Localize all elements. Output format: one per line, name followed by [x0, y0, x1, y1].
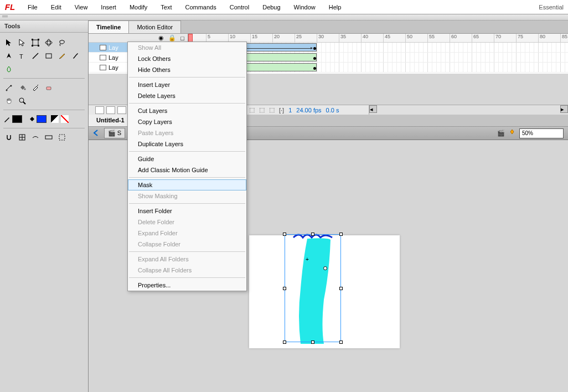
resize-handle[interactable]	[311, 341, 314, 344]
ruler-tick[interactable]: 70	[494, 34, 501, 43]
collapse-strip[interactable]	[0, 14, 568, 20]
selection-bounding-box[interactable]	[285, 234, 341, 342]
onion-icon-2[interactable]: ⬚	[259, 106, 265, 114]
deco-tool[interactable]	[3, 64, 14, 75]
brush-tool[interactable]	[70, 50, 81, 61]
context-menu-item[interactable]: Mask	[128, 179, 246, 190]
svg-point-10	[24, 89, 26, 90]
ruler-tick[interactable]: 25	[295, 34, 302, 43]
ruler-tick[interactable]: 80	[538, 34, 545, 43]
menu-file[interactable]: File	[21, 2, 44, 13]
edit-scene-icon[interactable]: 🎬	[497, 130, 505, 137]
bone-tool[interactable]	[3, 82, 14, 93]
lock-header-icon[interactable]: 🔒	[168, 34, 176, 42]
scroll-left-button[interactable]: ◂	[369, 105, 377, 113]
menu-view[interactable]: View	[68, 2, 95, 13]
context-menu-item[interactable]: Add Classic Motion Guide	[128, 164, 246, 176]
ruler-tick[interactable]: 65	[472, 34, 479, 43]
scene-crumb[interactable]: 🎬 S	[104, 128, 125, 138]
eyedropper-tool[interactable]	[30, 82, 41, 93]
3d-rotation-tool[interactable]	[43, 37, 54, 48]
menu-control[interactable]: Control	[223, 2, 256, 13]
stroke-color-swatch[interactable]	[12, 115, 22, 123]
resize-handle[interactable]	[339, 287, 343, 290]
ruler-tick[interactable]: 55	[427, 34, 435, 43]
new-folder-button[interactable]	[106, 106, 115, 114]
ruler-tick[interactable]: 20	[272, 34, 280, 43]
outline-header-icon[interactable]: □	[180, 35, 184, 42]
resize-handle[interactable]	[339, 233, 343, 236]
context-menu-item[interactable]: Lock Others	[128, 53, 246, 64]
tab-motion-editor[interactable]: Motion Editor	[129, 20, 181, 33]
ruler-tick[interactable]: 15	[250, 34, 257, 43]
menu-window[interactable]: Window	[287, 2, 322, 13]
resize-handle[interactable]	[283, 341, 286, 344]
onion-icon-4[interactable]: [·]	[279, 107, 284, 114]
resize-handle[interactable]	[311, 233, 314, 236]
new-layer-button[interactable]	[95, 106, 104, 114]
resize-handle[interactable]	[339, 341, 343, 344]
snap-option[interactable]	[3, 132, 14, 143]
eraser-tool[interactable]	[43, 82, 54, 93]
transform-origin[interactable]	[323, 266, 327, 270]
context-menu-item[interactable]: Delete Layers	[128, 90, 246, 101]
resize-handle[interactable]	[283, 233, 286, 236]
ruler-tick[interactable]: 45	[383, 34, 390, 43]
workspace-switcher[interactable]: Essential	[539, 4, 568, 11]
no-color-icon[interactable]	[61, 115, 69, 123]
context-menu-item[interactable]: Hide Others	[128, 64, 246, 75]
menu-debug[interactable]: Debug	[256, 2, 287, 13]
context-menu-item[interactable]: Cut Layers	[128, 105, 246, 116]
tab-timeline[interactable]: Timeline	[89, 20, 129, 33]
default-colors-icon[interactable]	[51, 115, 59, 123]
context-menu-item[interactable]: Duplicate Layers	[128, 138, 246, 149]
paint-bucket-tool[interactable]	[17, 82, 28, 93]
ruler-tick[interactable]: 35	[339, 34, 346, 43]
visibility-header-icon[interactable]: ◉	[158, 34, 164, 42]
ruler-tick[interactable]: 85	[560, 34, 567, 43]
context-menu-item[interactable]: Insert Folder	[128, 205, 246, 216]
pen-tool[interactable]	[3, 50, 14, 61]
line-tool[interactable]	[30, 50, 41, 61]
resize-handle[interactable]	[283, 287, 286, 290]
free-transform-tool[interactable]	[30, 37, 41, 48]
text-tool[interactable]: T	[17, 50, 28, 61]
context-menu-item[interactable]: Insert Layer	[128, 79, 246, 90]
document-tab[interactable]: Untitled-1	[89, 115, 133, 126]
menu-help[interactable]: Help	[322, 2, 348, 13]
context-menu-item[interactable]: Copy Layers	[128, 116, 246, 127]
context-menu-item[interactable]: Properties...	[128, 280, 246, 291]
scroll-right-button[interactable]: ▸	[560, 105, 568, 113]
context-menu-separator	[129, 151, 245, 152]
onion-icon[interactable]: ⬚	[249, 106, 255, 114]
option-2[interactable]	[17, 132, 28, 143]
menu-commands[interactable]: Commands	[178, 2, 223, 13]
delete-layer-button[interactable]	[117, 106, 126, 114]
frame-scrollbar[interactable]: ◂ ▸	[369, 105, 568, 115]
zoom-combo[interactable]: 50%	[519, 128, 564, 138]
menu-edit[interactable]: Edit	[44, 2, 68, 13]
option-4[interactable]	[43, 132, 54, 143]
pencil-tool[interactable]	[56, 50, 68, 61]
back-button[interactable]	[92, 129, 102, 138]
option-3[interactable]	[30, 132, 41, 143]
menu-text[interactable]: Text	[154, 2, 178, 13]
subselection-tool[interactable]	[17, 37, 28, 48]
menu-insert[interactable]: Insert	[94, 2, 123, 13]
rectangle-tool[interactable]	[43, 50, 54, 61]
lasso-tool[interactable]	[56, 37, 68, 48]
option-5[interactable]	[56, 132, 68, 143]
zoom-tool[interactable]	[17, 95, 28, 106]
ruler-tick[interactable]: 60	[450, 34, 457, 43]
ruler-tick[interactable]: 30	[317, 34, 324, 43]
menu-modify[interactable]: Modify	[123, 2, 154, 13]
edit-symbols-icon[interactable]	[508, 129, 516, 138]
context-menu-item[interactable]: Guide	[128, 153, 246, 164]
ruler-tick[interactable]: 50	[405, 34, 412, 43]
onion-icon-3[interactable]: ⬚	[269, 106, 275, 114]
fill-color-swatch[interactable]	[37, 115, 47, 123]
ruler-tick[interactable]: 40	[361, 34, 368, 43]
selection-tool[interactable]	[3, 37, 14, 48]
hand-tool[interactable]	[3, 95, 14, 106]
ruler-tick[interactable]: 75	[516, 34, 523, 43]
